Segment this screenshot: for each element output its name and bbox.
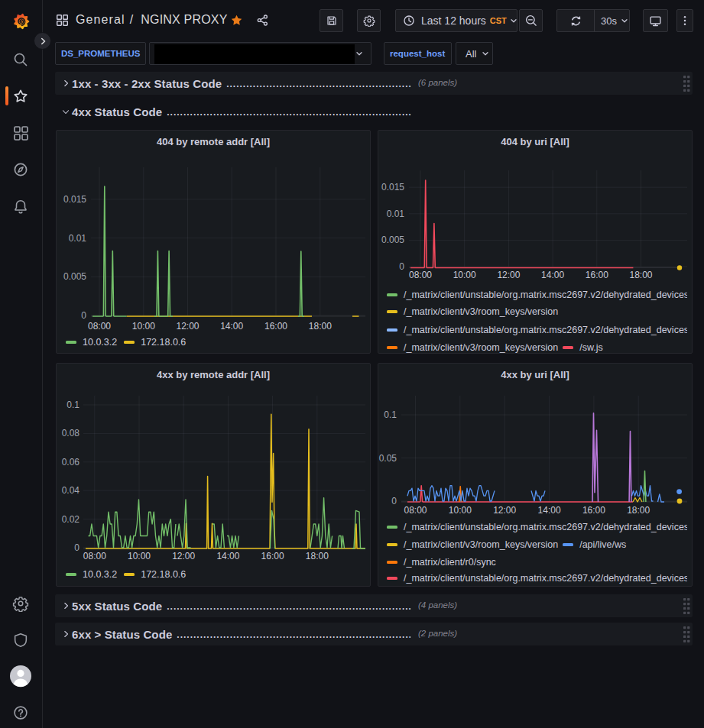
svg-text:0.01: 0.01 xyxy=(387,209,405,219)
svg-text:12:00: 12:00 xyxy=(172,551,195,561)
svg-text:16:00: 16:00 xyxy=(261,551,284,561)
svg-text:0.08: 0.08 xyxy=(62,428,80,438)
svg-text:08:00: 08:00 xyxy=(409,270,432,280)
svg-text:14:00: 14:00 xyxy=(216,551,239,561)
svg-text:16:00: 16:00 xyxy=(264,321,287,332)
svg-text:14:00: 14:00 xyxy=(541,270,564,280)
svg-text:16:00: 16:00 xyxy=(586,270,608,280)
svg-text:18:00: 18:00 xyxy=(306,551,329,561)
svg-text:0.04: 0.04 xyxy=(62,485,80,496)
svg-text:0.1: 0.1 xyxy=(67,400,79,410)
svg-text:10:00: 10:00 xyxy=(453,270,476,280)
svg-text:0.015: 0.015 xyxy=(381,182,404,193)
svg-text:16:00: 16:00 xyxy=(582,505,605,516)
svg-text:14:00: 14:00 xyxy=(538,505,561,516)
svg-text:0.05: 0.05 xyxy=(379,453,397,464)
svg-text:10:00: 10:00 xyxy=(449,505,472,516)
svg-text:12:00: 12:00 xyxy=(497,270,520,280)
svg-text:0.1: 0.1 xyxy=(384,409,397,420)
svg-text:08:00: 08:00 xyxy=(404,505,427,516)
svg-text:12:00: 12:00 xyxy=(176,321,199,332)
svg-text:14:00: 14:00 xyxy=(220,321,243,332)
svg-text:0: 0 xyxy=(81,310,86,321)
svg-text:18:00: 18:00 xyxy=(629,270,652,280)
svg-text:12:00: 12:00 xyxy=(493,505,516,516)
svg-text:0.005: 0.005 xyxy=(381,235,404,245)
svg-text:0: 0 xyxy=(399,261,404,272)
svg-text:0.06: 0.06 xyxy=(62,457,80,468)
svg-text:08:00: 08:00 xyxy=(88,321,111,332)
svg-text:0.015: 0.015 xyxy=(63,194,86,205)
svg-text:10:00: 10:00 xyxy=(128,551,151,561)
svg-text:18:00: 18:00 xyxy=(309,321,332,332)
svg-text:0: 0 xyxy=(74,542,79,553)
svg-text:18:00: 18:00 xyxy=(627,505,650,516)
svg-text:10:00: 10:00 xyxy=(132,321,155,332)
svg-text:0.02: 0.02 xyxy=(62,514,80,525)
svg-text:0.01: 0.01 xyxy=(69,233,87,244)
svg-text:0: 0 xyxy=(391,496,397,506)
svg-text:08:00: 08:00 xyxy=(83,551,106,561)
svg-text:0.005: 0.005 xyxy=(63,271,86,282)
